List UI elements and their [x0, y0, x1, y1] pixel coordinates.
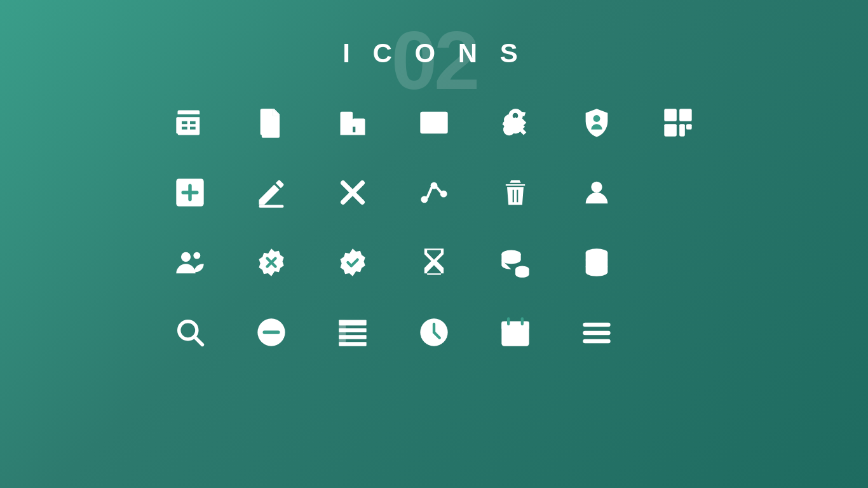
calendar-icon — [475, 297, 556, 367]
svg-rect-34 — [339, 320, 346, 346]
trash-icon — [475, 158, 556, 227]
search-icon — [149, 297, 231, 367]
newspaper-icon — [149, 88, 231, 158]
svg-point-24 — [193, 252, 200, 259]
minus-circle-icon — [231, 297, 312, 367]
data-points-icon — [393, 158, 475, 227]
svg-rect-7 — [437, 123, 442, 125]
person-icon — [556, 158, 637, 227]
dashboard-tiles-icon — [637, 88, 719, 158]
svg-rect-45 — [583, 339, 610, 344]
svg-point-22 — [591, 182, 602, 193]
icon-row-3 — [148, 227, 720, 297]
table-list-icon — [312, 297, 393, 367]
badge-x-icon — [231, 227, 312, 297]
svg-rect-14 — [686, 124, 692, 130]
svg-rect-18 — [259, 205, 284, 208]
edit-pencil-icon — [231, 158, 312, 227]
building-icon — [312, 88, 393, 158]
database-coins-icon — [475, 227, 556, 297]
page-header: 02 I C O N S — [342, 25, 526, 69]
svg-point-23 — [181, 252, 191, 262]
svg-rect-6 — [437, 119, 444, 121]
shield-person-icon — [556, 88, 637, 158]
badge-check-icon — [312, 227, 393, 297]
svg-rect-13 — [679, 124, 685, 137]
icon-row-2 — [148, 158, 720, 227]
svg-rect-2 — [264, 124, 278, 126]
svg-rect-42 — [520, 334, 526, 338]
svg-rect-41 — [513, 334, 519, 338]
hourglass-icon — [393, 227, 475, 297]
hamburger-menu-icon — [556, 297, 637, 367]
icon-row-4 — [148, 297, 720, 367]
svg-rect-10 — [664, 109, 677, 121]
page-title: I C O N S — [342, 25, 526, 69]
settings-wrench-icon — [475, 88, 556, 158]
people-group-icon — [149, 227, 231, 297]
svg-rect-40 — [506, 334, 512, 338]
database-icon — [556, 227, 637, 297]
svg-point-9 — [593, 115, 600, 122]
svg-rect-1 — [264, 119, 278, 121]
svg-rect-3 — [264, 130, 273, 132]
svg-rect-12 — [664, 124, 677, 137]
svg-rect-11 — [679, 109, 692, 121]
svg-rect-37 — [501, 322, 529, 330]
svg-rect-43 — [583, 323, 610, 327]
svg-point-8 — [512, 119, 520, 127]
svg-rect-44 — [583, 331, 610, 336]
clock-icon — [393, 297, 475, 367]
svg-rect-0 — [176, 117, 179, 133]
close-x-icon — [312, 158, 393, 227]
svg-point-5 — [426, 116, 434, 124]
document-list-icon — [231, 88, 312, 158]
add-document-icon — [149, 158, 231, 227]
